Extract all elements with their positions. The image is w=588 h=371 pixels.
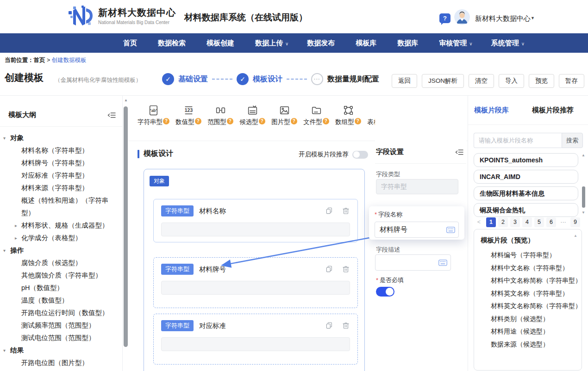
keyboard-icon[interactable] [438, 260, 447, 266]
user-dropdown-caret[interactable]: ▼ [531, 16, 535, 20]
snippet-item[interactable]: INCAR_AIMD [474, 170, 578, 184]
field-value-input[interactable] [161, 337, 350, 351]
outline-tree-item[interactable]: 材料牌号（字符串型） [0, 157, 119, 169]
nav-item[interactable]: 数据上传∨ [246, 33, 298, 54]
collapse-panel-icon[interactable] [455, 148, 463, 158]
delete-icon[interactable] [342, 322, 350, 330]
scrollbar-thumb[interactable] [124, 106, 128, 347]
outline-tree-item[interactable]: 测试频率范围（范围型） [0, 319, 119, 332]
snippet-item[interactable]: 铜及铜合金热轧 [474, 203, 578, 217]
scrollbar-down-arrow[interactable]: ▼ [582, 210, 585, 215]
field-card-standard[interactable]: 字符串型 对应标准 [153, 314, 358, 365]
action-button[interactable]: JSON解析 [422, 74, 464, 88]
object-badge[interactable]: 对象 [150, 176, 169, 186]
scrollbar-up-arrow[interactable]: ▲ [574, 234, 577, 238]
outline-tree-item[interactable]: 对应标准（字符串型） [0, 169, 119, 182]
snippet-preview-item[interactable]: 材料英文名称（字符串型） [474, 287, 582, 300]
snippet-preview-item[interactable]: 材料英文名称简称（字符串型） [474, 300, 582, 313]
outline-tree-item[interactable]: 材料来源（字符串型） [0, 182, 119, 194]
outline-tree-item[interactable]: 开路电位（数值型） [0, 369, 119, 371]
snippet-preview-item[interactable]: 材料中文名称简称（字符串型） [474, 274, 582, 287]
snippet-item[interactable]: 生物医用材料基本信息 [474, 186, 578, 200]
snippet-preview-item[interactable]: 材料中文名称（字符串型） [474, 262, 582, 275]
help-question-icon[interactable]: ? [163, 118, 169, 124]
field-card-material-grade[interactable]: 字符串型 材料牌号 [153, 257, 358, 308]
tool-range-type[interactable]: 范围型? [207, 103, 233, 126]
recommend-toggle[interactable] [352, 151, 368, 159]
user-name[interactable]: 新材料大数据中心 [475, 14, 531, 23]
tool-image-type[interactable]: 图片型? [271, 103, 297, 126]
outline-tree-item[interactable]: 腐蚀介质（候选型） [0, 257, 119, 269]
outline-tree-item[interactable]: ▾结果 [0, 344, 119, 357]
outline-tree-item[interactable]: ▾操作 [0, 244, 119, 257]
snippet-item[interactable]: KPOINTS_automesh [474, 153, 578, 167]
scrollbar-thumb[interactable] [582, 186, 585, 208]
pagination-item[interactable]: 9 [570, 217, 580, 227]
tree-caret-icon[interactable]: ▸ [15, 232, 17, 244]
action-button[interactable]: 返回 [392, 74, 417, 88]
tool-array-type[interactable]: 数组型? [335, 103, 361, 126]
outline-tree-item[interactable]: 开路电位图（图片型） [0, 357, 119, 369]
tab-snippet-recommend[interactable]: 模板片段推荐 [532, 106, 574, 115]
step-2-label[interactable]: 模板设计 [253, 74, 282, 84]
help-question-icon[interactable]: ? [355, 118, 361, 124]
outline-tree-item[interactable]: 温度（数值型） [0, 294, 119, 307]
outline-tree-item[interactable]: ▸材料形状、规格（生成器型） [0, 219, 119, 232]
pagination-item[interactable]: < [474, 217, 484, 227]
keyboard-icon[interactable] [446, 227, 455, 233]
snippet-preview-item[interactable]: 材料用途（候选型） [474, 325, 582, 338]
outline-tree-item[interactable]: 测试电位范围（范围型） [0, 332, 119, 344]
snippet-search-button[interactable]: 搜索 [562, 133, 583, 148]
tree-caret-icon[interactable]: ▸ [15, 219, 17, 232]
snippet-preview-item[interactable]: 材料类别（候选型） [474, 313, 582, 326]
help-question-icon[interactable]: ? [323, 118, 329, 124]
outline-tree-item[interactable]: 概述（特性和用途）（字符串型） [0, 194, 119, 219]
tool-select-type[interactable]: 候选型? [239, 103, 265, 126]
nav-item[interactable]: 数据检索 [149, 33, 197, 54]
pagination-item[interactable]: 4 [522, 217, 532, 227]
field-card-material-name[interactable]: 字符串型 材料名称 [153, 199, 358, 242]
snippet-search-input[interactable] [474, 133, 562, 148]
outline-tree-item[interactable]: 其他腐蚀介质（字符串型） [0, 269, 119, 282]
tool-string-type[interactable]: "ab" 字符串型? [138, 103, 169, 126]
pagination-item[interactable]: 3 [510, 217, 520, 227]
help-question-icon[interactable]: ? [195, 118, 201, 124]
nav-item[interactable]: 系统管理∨ [482, 33, 534, 54]
pagination-item[interactable]: 5 [534, 217, 544, 227]
help-question-icon[interactable]: ? [227, 118, 233, 124]
scrollbar-up-arrow[interactable]: ▲ [124, 98, 128, 102]
nav-item[interactable]: 模板库 [346, 33, 388, 54]
tool-number-type[interactable]: 123 数值型? [175, 103, 201, 126]
snippet-list-scrollbar[interactable]: ▲ ▼ [582, 153, 586, 218]
nav-item[interactable]: 模板创建 [197, 33, 246, 54]
delete-icon[interactable] [342, 265, 350, 273]
outline-tree-item[interactable]: 材料名称（字符串型） [0, 144, 119, 157]
copy-icon[interactable] [325, 265, 333, 273]
outline-tree-item[interactable]: ▾对象 [0, 132, 119, 144]
pagination-item[interactable]: ··· [558, 217, 568, 227]
delete-icon[interactable] [342, 207, 350, 215]
design-canvas[interactable]: 对象 字符串型 材料名称 字符串型 材料牌号 [144, 169, 365, 371]
required-toggle[interactable] [376, 287, 394, 297]
tree-caret-icon[interactable]: ▾ [3, 132, 6, 144]
avatar[interactable] [454, 9, 470, 25]
action-button[interactable]: 清空 [469, 74, 494, 88]
outline-tree-item[interactable]: pH（数值型） [0, 282, 119, 294]
pagination-item[interactable]: 2 [498, 217, 508, 227]
outline-tree-item[interactable]: ▸化学成分（表格型） [0, 232, 119, 244]
field-value-input[interactable] [161, 281, 350, 295]
action-button[interactable]: 预览 [529, 74, 554, 88]
field-value-input[interactable] [161, 223, 350, 236]
tool-file-type[interactable]: 文件型? [303, 103, 329, 126]
step-3-label[interactable]: 数据量规则配置 [327, 74, 379, 84]
nav-item[interactable]: 数据发布 [298, 33, 346, 54]
collapse-panel-icon[interactable] [107, 111, 116, 121]
snippet-preview-item[interactable]: 材料编号（字符串型） [474, 249, 582, 262]
breadcrumb-current[interactable]: 创建数据模板 [52, 57, 87, 63]
tree-caret-icon[interactable]: ▾ [3, 244, 6, 257]
nav-item[interactable]: 首页 [114, 33, 149, 54]
tab-snippet-library[interactable]: 模板片段库 [474, 106, 509, 115]
snippet-preview-item[interactable]: 数据来源（候选型） [474, 338, 582, 351]
action-button[interactable]: 导入 [499, 74, 524, 88]
nav-item[interactable]: 审核管理∨ [430, 33, 482, 54]
